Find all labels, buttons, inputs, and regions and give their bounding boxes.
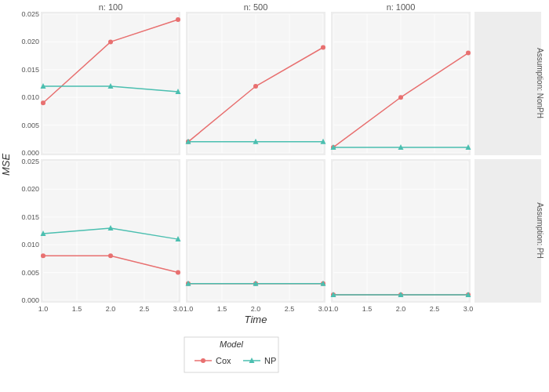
svg-point-87: [398, 95, 403, 100]
svg-rect-110: [474, 12, 541, 155]
svg-text:2.5: 2.5: [285, 305, 295, 313]
chart-container: MSE: [0, 0, 549, 392]
main-chart: MSE: [0, 0, 549, 392]
col-header-100: n: 100: [99, 2, 123, 12]
svg-text:0.000: 0.000: [21, 296, 39, 304]
svg-point-94: [176, 270, 180, 275]
svg-text:3.0: 3.0: [464, 305, 474, 313]
svg-text:2.5: 2.5: [430, 305, 440, 313]
svg-text:0.010: 0.010: [21, 93, 39, 101]
svg-text:2.5: 2.5: [140, 305, 150, 313]
row-label-nonph: Assumption: NonPH: [536, 48, 544, 118]
col-header-500: n: 500: [244, 2, 268, 12]
svg-point-88: [466, 51, 471, 56]
svg-text:1.5: 1.5: [362, 305, 373, 313]
legend-cox-point: [201, 358, 205, 363]
svg-text:2.0: 2.0: [106, 305, 116, 313]
svg-text:0.005: 0.005: [21, 269, 39, 277]
svg-text:0.020: 0.020: [21, 38, 39, 45]
svg-text:0.025: 0.025: [21, 158, 39, 165]
svg-text:1.5: 1.5: [217, 305, 227, 313]
legend-cox-label: Cox: [216, 356, 231, 365]
svg-text:1.0: 1.0: [184, 305, 194, 313]
svg-text:3.0: 3.0: [318, 305, 329, 313]
col-header-1000: n: 1000: [387, 2, 416, 12]
svg-point-82: [321, 45, 325, 49]
y-axis-label: MSE: [0, 154, 12, 176]
svg-point-75: [108, 39, 113, 44]
svg-point-93: [108, 253, 113, 258]
svg-point-76: [176, 17, 180, 22]
svg-text:0.000: 0.000: [21, 149, 39, 157]
svg-rect-111: [474, 159, 541, 303]
svg-point-92: [41, 253, 45, 258]
svg-text:2.0: 2.0: [396, 305, 406, 313]
x-axis-label: Time: [245, 314, 267, 325]
svg-text:0.015: 0.015: [21, 66, 39, 74]
svg-point-81: [253, 84, 258, 89]
svg-text:0.020: 0.020: [21, 185, 39, 193]
svg-text:2.0: 2.0: [251, 305, 261, 313]
svg-text:3.0: 3.0: [173, 305, 184, 313]
legend-np-label: NP: [264, 356, 276, 365]
svg-text:1.0: 1.0: [38, 305, 49, 313]
svg-point-74: [41, 100, 45, 105]
svg-text:0.015: 0.015: [21, 213, 39, 221]
svg-text:0.005: 0.005: [21, 122, 39, 129]
svg-text:1.5: 1.5: [72, 305, 82, 313]
legend-title: Model: [220, 339, 244, 349]
svg-text:1.0: 1.0: [329, 305, 339, 313]
svg-text:0.025: 0.025: [21, 10, 39, 18]
row-label-ph: Assumption: PH: [536, 202, 544, 259]
svg-text:0.010: 0.010: [21, 241, 39, 249]
